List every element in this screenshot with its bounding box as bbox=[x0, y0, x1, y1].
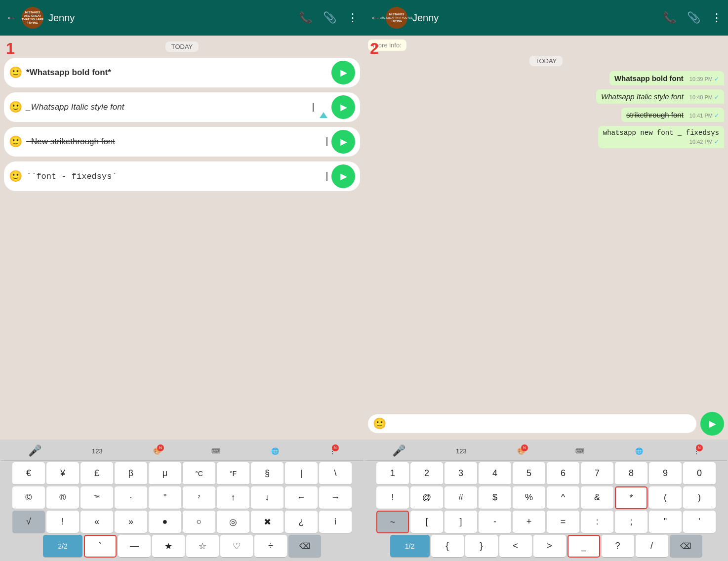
key-superscript2[interactable]: ² bbox=[183, 486, 215, 509]
key-colon[interactable]: : bbox=[581, 511, 613, 533]
more-icon-left[interactable]: ⋮ bbox=[347, 11, 358, 24]
key-exclaim[interactable]: ! bbox=[46, 511, 79, 533]
input-italic[interactable]: _Whatsapp Italic style font bbox=[26, 102, 309, 112]
kb-more-left[interactable]: ⋮ N bbox=[329, 447, 336, 455]
key-dollar[interactable]: $ bbox=[479, 486, 511, 509]
key-middledot[interactable]: · bbox=[115, 486, 147, 509]
input-row-strike[interactable]: 🙂 ~New strikethrough font bbox=[4, 127, 360, 157]
key-uparrow[interactable]: ↑ bbox=[217, 486, 249, 509]
key-downarrow[interactable]: ↓ bbox=[251, 486, 283, 509]
key-lbracket[interactable]: [ bbox=[410, 511, 443, 533]
key-copyright[interactable]: © bbox=[12, 486, 45, 509]
send-btn-1[interactable] bbox=[331, 61, 355, 84]
key-filledstar[interactable]: ★ bbox=[152, 535, 185, 558]
key-5[interactable]: 5 bbox=[513, 462, 545, 485]
key-fahrenheit[interactable]: °F bbox=[217, 462, 249, 485]
input-row-bold[interactable]: 🙂 *Whatsapp bold font* bbox=[4, 58, 360, 87]
key-underscore[interactable]: _ bbox=[567, 535, 600, 558]
key-bullseye[interactable]: ◎ bbox=[217, 511, 249, 533]
key-backspace-left[interactable]: ⌫ bbox=[288, 535, 321, 558]
emoji-btn-4[interactable]: 🙂 bbox=[9, 170, 22, 183]
kb-theme-right[interactable]: 🎨 N bbox=[517, 447, 525, 455]
key-page-left[interactable]: 2/2 bbox=[43, 535, 82, 558]
key-lparen[interactable]: ( bbox=[649, 486, 682, 509]
key-1[interactable]: 1 bbox=[376, 462, 409, 485]
kb-123-left[interactable]: 123 bbox=[92, 447, 103, 455]
phone-icon-right[interactable]: 📞 bbox=[663, 11, 676, 24]
key-pipe[interactable]: | bbox=[285, 462, 318, 485]
key-at[interactable]: @ bbox=[410, 486, 443, 509]
kb-globe-left[interactable]: 🌐 bbox=[271, 447, 279, 455]
key-rbracket[interactable]: ] bbox=[445, 511, 477, 533]
key-iquest[interactable]: ¿ bbox=[285, 511, 318, 533]
key-0[interactable]: 0 bbox=[683, 462, 716, 485]
kb-mic-right[interactable]: 🎤 bbox=[392, 444, 405, 457]
send-btn-right[interactable] bbox=[700, 412, 724, 436]
input-row-right[interactable]: 🙂 bbox=[368, 414, 696, 433]
key-i[interactable]: i bbox=[319, 511, 352, 533]
send-btn-4[interactable] bbox=[331, 164, 355, 188]
phone-icon-left[interactable]: 📞 bbox=[299, 11, 312, 24]
attach-icon-left[interactable]: 📎 bbox=[323, 11, 336, 24]
key-registered[interactable]: ® bbox=[46, 486, 79, 509]
key-tm[interactable]: ™ bbox=[81, 486, 113, 509]
key-dquote[interactable]: " bbox=[649, 511, 682, 533]
input-strike[interactable]: ~New strikethrough font bbox=[26, 137, 323, 147]
key-times[interactable]: ✖ bbox=[251, 511, 283, 533]
key-rightarrow[interactable]: → bbox=[319, 486, 352, 509]
key-2[interactable]: 2 bbox=[410, 462, 443, 485]
key-euro[interactable]: € bbox=[12, 462, 45, 485]
key-emdash[interactable]: — bbox=[118, 535, 151, 558]
key-sqrt[interactable]: √ bbox=[12, 511, 45, 533]
kb-mic-left[interactable]: 🎤 bbox=[28, 444, 41, 457]
key-asterisk[interactable]: * bbox=[615, 486, 647, 509]
key-rcurly[interactable]: } bbox=[465, 535, 498, 558]
send-btn-2[interactable] bbox=[331, 95, 355, 119]
attach-icon-right[interactable]: 📎 bbox=[687, 11, 700, 24]
key-circle[interactable]: ○ bbox=[183, 511, 215, 533]
key-3[interactable]: 3 bbox=[445, 462, 477, 485]
key-gt[interactable]: > bbox=[533, 535, 566, 558]
key-percent[interactable]: % bbox=[513, 486, 545, 509]
input-mono[interactable]: ``font - fixedsys` bbox=[26, 172, 323, 181]
key-9[interactable]: 9 bbox=[649, 462, 682, 485]
send-btn-3[interactable] bbox=[331, 130, 355, 154]
key-6[interactable]: 6 bbox=[547, 462, 579, 485]
key-backtick-left[interactable]: ` bbox=[84, 535, 117, 558]
emoji-btn-right[interactable]: 🙂 bbox=[373, 417, 386, 430]
key-celsius[interactable]: °C bbox=[183, 462, 215, 485]
key-section[interactable]: § bbox=[251, 462, 283, 485]
key-lcurly[interactable]: { bbox=[431, 535, 464, 558]
key-emptystar[interactable]: ☆ bbox=[186, 535, 219, 558]
key-amp[interactable]: & bbox=[581, 486, 613, 509]
key-laquo[interactable]: « bbox=[81, 511, 113, 533]
key-lt[interactable]: < bbox=[499, 535, 532, 558]
kb-globe-right[interactable]: 🌐 bbox=[635, 447, 643, 455]
input-bold[interactable]: *Whatsapp bold font* bbox=[26, 68, 327, 78]
key-question[interactable]: ? bbox=[602, 535, 634, 558]
key-7[interactable]: 7 bbox=[581, 462, 613, 485]
key-semicolon[interactable]: ; bbox=[615, 511, 647, 533]
kb-theme-left[interactable]: 🎨 N bbox=[153, 447, 161, 455]
key-minus[interactable]: - bbox=[479, 511, 511, 533]
key-hash[interactable]: # bbox=[445, 486, 477, 509]
key-4[interactable]: 4 bbox=[479, 462, 511, 485]
back-button-right[interactable]: ← bbox=[370, 11, 381, 24]
input-row-mono[interactable]: 🙂 ``font - fixedsys` bbox=[4, 161, 360, 191]
emoji-btn-3[interactable]: 🙂 bbox=[9, 135, 22, 148]
back-button-left[interactable]: ← bbox=[6, 11, 17, 24]
key-bullet[interactable]: ● bbox=[149, 511, 181, 533]
more-icon-right[interactable]: ⋮ bbox=[711, 11, 722, 24]
key-leftarrow[interactable]: ← bbox=[285, 486, 318, 509]
key-exclaim-r[interactable]: ! bbox=[376, 486, 409, 509]
key-divide[interactable]: ÷ bbox=[254, 535, 287, 558]
key-plus[interactable]: + bbox=[513, 511, 545, 533]
key-tilde[interactable]: ~ bbox=[376, 511, 409, 533]
kb-123-right[interactable]: 123 bbox=[456, 447, 467, 455]
key-mu[interactable]: μ bbox=[149, 462, 181, 485]
kb-keyboard-right[interactable]: ⌨ bbox=[575, 447, 585, 455]
key-heart[interactable]: ♡ bbox=[220, 535, 253, 558]
key-backspace-right[interactable]: ⌫ bbox=[670, 535, 702, 558]
key-raquo[interactable]: » bbox=[115, 511, 147, 533]
key-equals[interactable]: = bbox=[547, 511, 579, 533]
